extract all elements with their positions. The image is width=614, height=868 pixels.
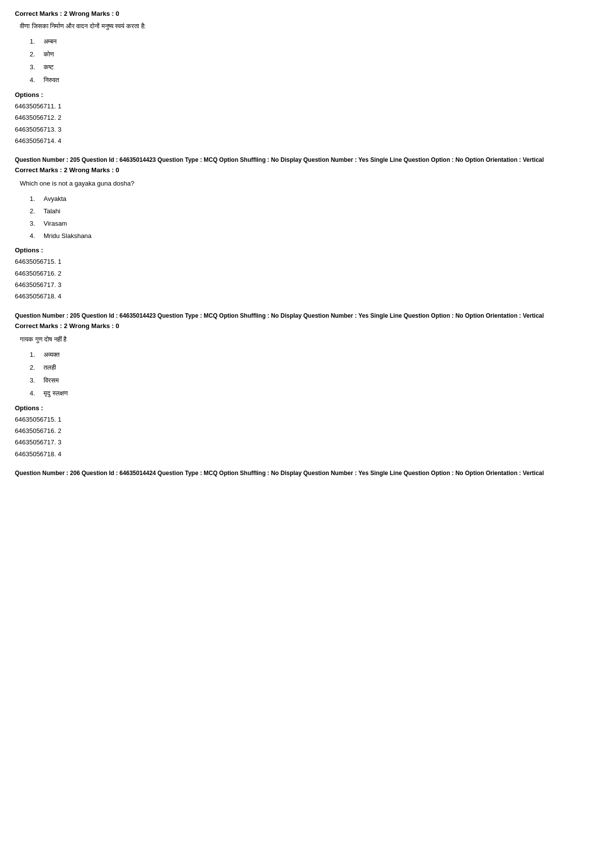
q205-en-marks: Correct Marks : 2 Wrong Marks : 0 bbox=[15, 166, 599, 174]
option-num: 2. bbox=[30, 364, 44, 371]
option-id-item: 64635056712. 2 bbox=[15, 112, 599, 123]
list-item: 1. Avyakta bbox=[30, 195, 599, 202]
list-item: 3. विरसम bbox=[30, 377, 599, 385]
q205-en-option-ids: 64635056715. 1 64635056716. 2 6463505671… bbox=[15, 256, 599, 302]
list-item: 1. अम्बन bbox=[30, 38, 599, 46]
section-top: Correct Marks : 2 Wrong Marks : 0 वीणा ज… bbox=[15, 10, 599, 146]
option-num: 3. bbox=[30, 220, 44, 227]
q205-en-meta: Question Number : 205 Question Id : 6463… bbox=[15, 155, 599, 164]
option-num: 2. bbox=[30, 207, 44, 215]
option-num: 3. bbox=[30, 377, 44, 384]
option-id-item: 64635056711. 1 bbox=[15, 100, 599, 112]
q205-en-options-label: Options : bbox=[15, 246, 599, 254]
option-num: 2. bbox=[30, 50, 44, 58]
section-205-hi: Question Number : 205 Question Id : 6463… bbox=[15, 311, 599, 460]
list-item: 1. अव्यक्त bbox=[30, 351, 599, 359]
q205-en-options-list: 1. Avyakta 2. Talahi 3. Virasam 4. Mridu… bbox=[30, 195, 599, 240]
section-206-meta: Question Number : 206 Question Id : 6463… bbox=[15, 469, 599, 478]
list-item: 2. Talahi bbox=[30, 207, 599, 215]
q205-hi-options-list: 1. अव्यक्त 2. तलही 3. विरसम 4. मृदु स्लक… bbox=[30, 351, 599, 397]
q206-meta: Question Number : 206 Question Id : 6463… bbox=[15, 469, 599, 478]
q205-en-question-text: Which one is not a gayaka guna dosha? bbox=[20, 179, 599, 189]
top-question-text: वीणा जिसका निर्माण और वादन दोनों मनुष्य … bbox=[20, 21, 599, 32]
option-id-item: 64635056718. 4 bbox=[15, 448, 599, 460]
option-num: 1. bbox=[30, 351, 44, 358]
option-text: अव्यक्त bbox=[44, 351, 59, 359]
option-text: तलही bbox=[44, 364, 56, 372]
option-text: कोण bbox=[44, 50, 54, 58]
top-options-list: 1. अम्बन 2. कोण 3. कष्ट 4. निरुवत bbox=[30, 38, 599, 84]
top-option-ids: 64635056711. 1 64635056712. 2 6463505671… bbox=[15, 100, 599, 147]
option-text: विरसम bbox=[44, 377, 59, 385]
option-id-item: 64635056718. 4 bbox=[15, 290, 599, 302]
list-item: 4. Mridu Slakshana bbox=[30, 232, 599, 240]
q205-hi-marks: Correct Marks : 2 Wrong Marks : 0 bbox=[15, 322, 599, 330]
list-item: 4. मृदु स्लक्षण bbox=[30, 389, 599, 397]
option-text: Mridu Slakshana bbox=[44, 232, 92, 240]
option-num: 4. bbox=[30, 389, 44, 397]
option-num: 1. bbox=[30, 195, 44, 202]
option-id-item: 64635056717. 3 bbox=[15, 436, 599, 448]
q205-hi-meta: Question Number : 205 Question Id : 6463… bbox=[15, 311, 599, 320]
option-id-item: 64635056715. 1 bbox=[15, 414, 599, 425]
list-item: 3. कष्ट bbox=[30, 63, 599, 71]
list-item: 3. Virasam bbox=[30, 220, 599, 227]
option-text: Avyakta bbox=[44, 195, 66, 202]
top-options-label: Options : bbox=[15, 91, 599, 98]
option-id-item: 64635056716. 2 bbox=[15, 268, 599, 279]
option-id-item: 64635056717. 3 bbox=[15, 279, 599, 290]
top-marks: Correct Marks : 2 Wrong Marks : 0 bbox=[15, 10, 599, 17]
option-id-item: 64635056713. 3 bbox=[15, 124, 599, 135]
option-id-item: 64635056714. 4 bbox=[15, 135, 599, 146]
option-num: 1. bbox=[30, 38, 44, 45]
option-id-item: 64635056716. 2 bbox=[15, 425, 599, 436]
list-item: 2. तलही bbox=[30, 364, 599, 372]
section-205-en: Question Number : 205 Question Id : 6463… bbox=[15, 155, 599, 302]
option-text: Talahi bbox=[44, 207, 60, 215]
q205-hi-option-ids: 64635056715. 1 64635056716. 2 6463505671… bbox=[15, 414, 599, 460]
option-text: Virasam bbox=[44, 220, 67, 227]
option-text: निरुवत bbox=[44, 76, 59, 84]
list-item: 2. कोण bbox=[30, 50, 599, 58]
option-num: 3. bbox=[30, 63, 44, 71]
option-num: 4. bbox=[30, 76, 44, 84]
option-id-item: 64635056715. 1 bbox=[15, 256, 599, 267]
list-item: 4. निरुवत bbox=[30, 76, 599, 84]
q205-hi-options-label: Options : bbox=[15, 404, 599, 412]
option-text: मृदु स्लक्षण bbox=[44, 389, 68, 397]
q205-hi-question-text: गायक गुण दोष नहीं है bbox=[20, 335, 599, 345]
option-text: कष्ट bbox=[44, 63, 53, 71]
option-num: 4. bbox=[30, 232, 44, 240]
option-text: अम्बन bbox=[44, 38, 56, 46]
